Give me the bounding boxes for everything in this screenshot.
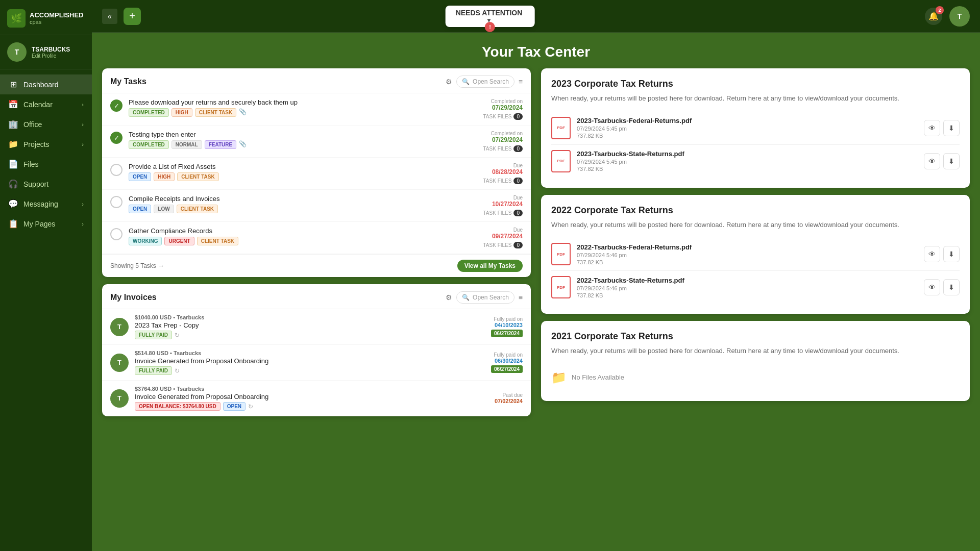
invoice-avatar: T xyxy=(110,354,129,372)
tasks-filter-icon[interactable]: ≡ xyxy=(519,78,523,86)
table-row: ✓ Please download your returns and secur… xyxy=(102,93,531,126)
preview-button[interactable]: 👁 xyxy=(924,246,940,262)
tax-card-desc: When ready, your returns will be posted … xyxy=(551,220,960,230)
sidebar-item-files[interactable]: 📄 Files xyxy=(0,154,92,174)
files-icon: 📄 xyxy=(8,159,18,169)
paperclip-icon: 📎 xyxy=(239,140,247,149)
task-files-count: 0 xyxy=(513,113,523,120)
filter-icon[interactable]: ⚙ xyxy=(446,78,452,86)
pdf-icon: PDF xyxy=(551,150,571,172)
tag-open: OPEN xyxy=(129,172,151,181)
task-date: 08/28/2024 xyxy=(483,168,523,176)
tasks-search[interactable]: 🔍 Open Search xyxy=(456,76,514,88)
task-date-label: Completed on xyxy=(483,131,523,136)
tax-card-title: 2022 Corporate Tax Returns xyxy=(551,205,960,216)
sidebar-item-label: Projects xyxy=(23,140,50,148)
tag-high: HIGH xyxy=(154,172,175,181)
tag-client-task: CLIENT TASK xyxy=(177,205,218,213)
file-meta: 07/29/2024 5:45 pm xyxy=(577,126,918,132)
download-button[interactable]: ⬇ xyxy=(943,120,960,136)
task-checkbox-4[interactable] xyxy=(110,196,122,208)
tax-returns-2023: 2023 Corporate Tax Returns When ready, y… xyxy=(541,68,970,188)
search-placeholder: Open Search xyxy=(473,294,509,301)
invoice-amount: $514.80 USD • Tsarbucks xyxy=(135,350,485,356)
invoices-filter-icon[interactable]: ≡ xyxy=(519,293,523,302)
chevron-right-icon: › xyxy=(82,121,84,128)
download-button[interactable]: ⬇ xyxy=(943,153,960,169)
download-button[interactable]: ⬇ xyxy=(943,246,960,262)
invoice-avatar: T xyxy=(110,318,129,336)
page-content: Your Tax Center My Tasks ⚙ 🔍 Open Search xyxy=(92,33,980,551)
calendar-icon: 📅 xyxy=(8,99,18,109)
tag-completed: COMPLETED xyxy=(129,140,169,149)
sidebar-item-my-pages[interactable]: 📋 My Pages › xyxy=(0,214,92,234)
sidebar-item-support[interactable]: 🎧 Support xyxy=(0,174,92,194)
pdf-icon: PDF xyxy=(551,243,571,265)
invoices-search[interactable]: 🔍 Open Search xyxy=(456,291,514,304)
sidebar-item-messaging[interactable]: 💬 Messaging › xyxy=(0,194,92,214)
sidebar: 🌿 ACCOMPLISHED cpas T TSARBUCKS Edit Pro… xyxy=(0,0,92,551)
no-files-area: 📁 No Files Available xyxy=(551,364,960,391)
list-item: T $514.80 USD • Tsarbucks Invoice Genera… xyxy=(102,345,531,381)
sidebar-item-label: Calendar xyxy=(23,101,53,109)
task-date-label: Due xyxy=(483,227,523,233)
preview-button[interactable]: 👁 xyxy=(924,153,940,169)
sidebar-item-office[interactable]: 🏢 Office › xyxy=(0,114,92,134)
tag-client-task: CLIENT TASK xyxy=(197,237,238,245)
task-date: 10/27/2024 xyxy=(483,201,523,208)
refresh-icon[interactable]: ↻ xyxy=(175,332,180,339)
logo-icon: 🌿 xyxy=(7,9,26,28)
filter-icon[interactable]: ⚙ xyxy=(446,293,452,302)
task-date-label: Completed on xyxy=(483,98,523,104)
top-bar: « + NEEDS ATTENTION ▼ ! 🔔 2 T xyxy=(92,0,980,33)
download-button[interactable]: ⬇ xyxy=(943,279,960,295)
add-button[interactable]: + xyxy=(124,8,141,25)
tax-card-desc: When ready, your returns will be posted … xyxy=(551,346,960,356)
task-checkbox-3[interactable] xyxy=(110,164,122,176)
needs-attention-banner[interactable]: NEEDS ATTENTION ▼ ! xyxy=(446,6,535,27)
view-all-tasks-button[interactable]: View all My Tasks xyxy=(457,260,523,272)
refresh-icon[interactable]: ↻ xyxy=(248,403,253,410)
invoice-date-label: Fully paid on xyxy=(491,316,523,322)
tasks-card-header: My Tasks ⚙ 🔍 Open Search ≡ xyxy=(102,68,531,93)
pdf-icon: PDF xyxy=(551,276,571,298)
notification-button[interactable]: 🔔 2 xyxy=(925,8,942,25)
needs-attention-text: NEEDS ATTENTION xyxy=(456,9,523,17)
sidebar-item-projects[interactable]: 📁 Projects › xyxy=(0,134,92,154)
tasks-footer: Showing 5 Tasks → View all My Tasks xyxy=(102,254,531,277)
paperclip-icon: 📎 xyxy=(239,108,247,117)
task-files-count: 0 xyxy=(513,210,523,216)
edit-profile-link[interactable]: Edit Profile xyxy=(32,53,70,59)
preview-button[interactable]: 👁 xyxy=(924,120,940,136)
sidebar-item-calendar[interactable]: 📅 Calendar › xyxy=(0,94,92,114)
task-name: Please download your returns and securel… xyxy=(129,98,477,106)
tag-open-balance: OPEN BALANCE: $3764.80 USD xyxy=(135,402,220,411)
preview-button[interactable]: 👁 xyxy=(924,279,940,295)
pdf-icon: PDF xyxy=(551,117,571,139)
tag-fully-paid: FULLY PAID xyxy=(135,331,172,339)
task-name: Gather Compliance Records xyxy=(129,227,477,235)
tag-fully-paid: FULLY PAID xyxy=(135,366,172,375)
task-checkbox-1[interactable]: ✓ xyxy=(110,99,122,112)
collapse-button[interactable]: « xyxy=(102,9,117,24)
file-name: 2022-Tsarbucks-Federal-Returns.pdf xyxy=(577,243,918,251)
right-panel: 2023 Corporate Tax Returns When ready, y… xyxy=(536,68,970,416)
file-meta: 07/29/2024 5:46 pm xyxy=(577,285,918,291)
office-icon: 🏢 xyxy=(8,119,18,129)
tax-card-title: 2021 Corporate Tax Returns xyxy=(551,331,960,342)
task-checkbox-5[interactable] xyxy=(110,228,122,240)
refresh-icon[interactable]: ↻ xyxy=(175,367,180,374)
chevron-right-icon: › xyxy=(82,102,84,108)
profile-avatar[interactable]: T xyxy=(949,6,970,27)
tag-open: OPEN xyxy=(129,205,151,213)
dashboard-icon: ⊞ xyxy=(8,80,18,89)
task-files-count: 0 xyxy=(513,145,523,152)
invoice-name: 2023 Tax Prep - Copy xyxy=(135,321,485,329)
arrow-right-icon: → xyxy=(158,262,164,269)
task-checkbox-2[interactable]: ✓ xyxy=(110,132,122,144)
invoice-date: 07/02/2024 xyxy=(495,398,523,404)
file-size: 737.82 KB xyxy=(577,133,918,139)
page-header: Your Tax Center xyxy=(92,33,980,68)
sidebar-item-label: Files xyxy=(23,160,39,168)
sidebar-item-dashboard[interactable]: ⊞ Dashboard xyxy=(0,74,92,94)
